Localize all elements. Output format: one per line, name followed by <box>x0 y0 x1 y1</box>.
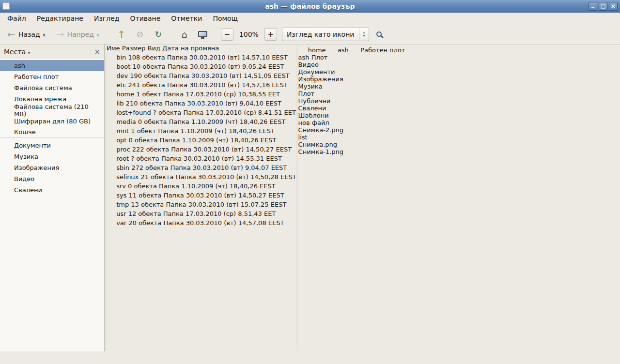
sidebar-item[interactable]: Файлова система (210 MB) <box>0 105 104 116</box>
column-header-date[interactable]: Дата на промяна <box>162 45 219 52</box>
table-row[interactable]: dev 190 обекта Папка 30.03.2010 (вт) 14,… <box>107 70 296 79</box>
back-history-caret-icon[interactable] <box>43 30 46 38</box>
row-name: selinux <box>116 173 139 181</box>
row-date: 30.03.2010 (вт) 9,04,10 EEST <box>187 100 281 107</box>
icon-view-item[interactable]: Снимка-2.png <box>298 126 405 134</box>
forward-label: Напред <box>67 30 93 38</box>
icon-view-item[interactable]: Снимка-1.png <box>298 148 405 155</box>
icon-view-item[interactable]: Снимка.png <box>298 141 405 148</box>
zoom-out-button[interactable] <box>221 28 233 41</box>
row-size: 13 обекта <box>131 201 164 208</box>
folder-icon <box>107 153 114 161</box>
table-row[interactable]: etc 241 обекта Папка 30.03.2010 (вт) 14,… <box>107 79 296 89</box>
table-row[interactable]: boot 10 обекта Папка 30.03.2010 (вт) 9,0… <box>107 61 296 70</box>
table-row[interactable]: home 1 обект Папка 17.03.2010 (ср) 10,38… <box>107 89 296 98</box>
table-row[interactable]: tmp 13 обекта Папка 30.03.2010 (вт) 15,0… <box>107 199 296 208</box>
row-name: etc <box>116 81 126 89</box>
view-mode-spinner-icon[interactable] <box>359 28 369 41</box>
reload-button[interactable] <box>150 27 167 42</box>
table-row[interactable]: var 20 обекта Папка 30.03.2010 (вт) 14,5… <box>107 217 296 227</box>
icon-view-item[interactable]: Документи <box>298 68 405 76</box>
maximize-button[interactable] <box>599 2 607 11</box>
table-row[interactable]: bin 108 обекта Папка 30.03.2010 (вт) 14,… <box>107 52 296 61</box>
row-name: mnt <box>116 127 129 135</box>
path-root-button[interactable] <box>298 46 306 54</box>
close-button[interactable] <box>609 2 618 11</box>
path-button-home[interactable]: home <box>308 46 326 54</box>
item-label: Свалени <box>298 105 405 112</box>
back-button[interactable]: Назад <box>3 27 50 42</box>
sidebar-item[interactable]: Файлова система <box>0 82 104 93</box>
menu-item[interactable]: Изглед <box>89 13 125 24</box>
sidebar-close-icon[interactable] <box>94 47 100 56</box>
menu-item[interactable]: Помощ <box>207 13 243 24</box>
sidebar-item[interactable]: Документи <box>0 140 104 151</box>
tab-ash[interactable]: ash <box>298 54 311 61</box>
column-header-type[interactable]: Вид <box>148 45 160 52</box>
path-button-desktop[interactable]: Работен плот <box>351 46 405 54</box>
row-size: ? обекта <box>131 155 159 162</box>
icon-view-item[interactable]: Видео <box>298 61 405 68</box>
table-row[interactable]: usr 12 обекта Папка 17.03.2010 (ср) 8,51… <box>107 208 296 217</box>
titlebar[interactable]: ash — файлов браузър <box>0 0 620 13</box>
table-row[interactable]: sys 11 обекта Папка 30.03.2010 (вт) 14,5… <box>107 190 296 199</box>
home-button[interactable] <box>176 27 193 42</box>
sidebar-title: Места <box>4 48 26 56</box>
menu-item[interactable]: Отиване <box>124 13 166 24</box>
sidebar-item[interactable]: Изображения <box>0 162 104 173</box>
table-row[interactable]: media 0 обекта Папка 1.10.2009 (чт) 18,4… <box>107 116 296 125</box>
search-button[interactable] <box>371 27 388 42</box>
icon-view-item[interactable]: Плот <box>298 90 405 97</box>
menu-item[interactable]: Редактиране <box>31 13 89 24</box>
table-row[interactable]: proc 222 обекта Папка 30.03.2010 (вт) 14… <box>107 144 296 153</box>
icon-view-item[interactable]: Музика <box>298 83 405 90</box>
computer-button[interactable] <box>195 27 211 42</box>
icon-view-item[interactable]: нов файл <box>298 119 405 126</box>
folder-icon <box>107 89 114 96</box>
column-header-name[interactable]: Име <box>107 45 122 52</box>
up-button[interactable] <box>113 27 130 42</box>
sidebar-mode-caret-icon[interactable] <box>28 48 30 56</box>
table-row[interactable]: srv 0 обекта Папка 1.10.2009 (чт) 18,40,… <box>107 181 296 190</box>
zoom-in-button[interactable] <box>264 28 277 41</box>
item-label: нов файл <box>298 119 405 126</box>
table-row[interactable]: opt 0 обекта Папка 1.10.2009 (чт) 18,40,… <box>107 135 296 144</box>
icon-view-item[interactable]: Изображения <box>298 76 405 83</box>
sidebar-item[interactable]: ash <box>0 60 104 71</box>
table-row[interactable]: root ? обекта Папка 30.03.2010 (вт) 14,5… <box>107 153 296 162</box>
icon-view-item[interactable]: Шаблони <box>298 112 405 119</box>
item-label: Плот <box>298 90 405 97</box>
icon-view-item[interactable]: list <box>298 134 405 141</box>
sidebar-header[interactable]: Места <box>0 45 104 59</box>
column-header-size[interactable]: Размер <box>122 45 146 52</box>
menu-item[interactable]: Отметки <box>166 13 207 24</box>
places-list: ash Работен плот Файлова система Локална… <box>0 59 104 351</box>
table-row[interactable]: lib 210 обекта Папка 30.03.2010 (вт) 9,0… <box>107 98 296 107</box>
tab-plot[interactable]: Плот <box>311 54 328 61</box>
table-row[interactable]: sbin 272 обекта Папка 30.03.2010 (вт) 9,… <box>107 162 296 171</box>
stop-button[interactable] <box>132 27 148 42</box>
row-size: 108 обекта <box>128 54 165 61</box>
icon-view-item[interactable]: Свалени <box>298 105 405 112</box>
table-row[interactable]: selinux 21 обекта Папка 30.03.2010 (вт) … <box>107 171 296 181</box>
row-name: media <box>116 118 136 125</box>
icon-view[interactable]: Видео Документи Изображения Музика Плот … <box>298 61 405 155</box>
sidebar-item[interactable]: Музика <box>0 151 104 162</box>
sidebar-item[interactable]: Работен плот <box>0 71 104 82</box>
icon-view-item[interactable]: Публични <box>298 97 405 105</box>
minimize-button[interactable] <box>589 2 597 11</box>
menu-item[interactable]: Файл <box>2 13 31 24</box>
sidebar-item[interactable]: Шифриран дял (80 GB) <box>0 116 104 127</box>
sidebar-item[interactable]: Видео <box>0 173 104 184</box>
forward-button[interactable]: Напред <box>52 27 104 42</box>
folder-icon <box>107 171 114 179</box>
sidebar-item[interactable]: Кошче <box>0 127 104 138</box>
row-date: 30.03.2010 (вт) 15,07,25 EEST <box>188 201 287 208</box>
table-row[interactable]: lost+found ? обекта Папка 17.03.2010 (ср… <box>107 107 296 116</box>
row-date: 17.03.2010 (ср) 10,38,55 EET <box>186 91 280 98</box>
table-row[interactable]: mnt 1 обект Папка 1.10.2009 (чт) 18,40,2… <box>107 125 296 135</box>
row-name: sys <box>116 192 126 199</box>
path-button-ash[interactable]: ash <box>328 46 351 54</box>
view-mode-select[interactable]: Изглед като икони <box>282 28 369 41</box>
sidebar-item[interactable]: Свалени <box>0 184 104 196</box>
